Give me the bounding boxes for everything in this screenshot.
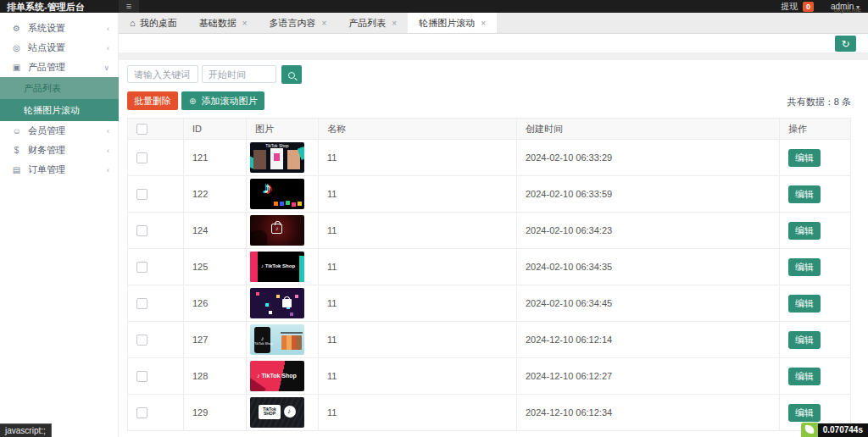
tabbar: ⌂ 我的桌面 基础数据 × 多语言内容 × 产品列表 × 轮播图片滚动 × <box>119 13 868 34</box>
edit-button[interactable]: 编辑 <box>788 368 821 385</box>
table-row: 125 TikTok Shop 11 2024-02-10 06:34:35 编… <box>128 249 851 285</box>
table-row: 128 TikTok Shop 11 2024-12-10 06:12:27 编… <box>128 358 851 395</box>
row-checkbox[interactable] <box>136 335 147 346</box>
cell-name: 11 <box>319 249 517 285</box>
sidebar-subitem-product-list[interactable]: 产品列表 <box>0 77 119 99</box>
tab-carousel-scroll[interactable]: 轮播图片滚动 × <box>408 13 497 33</box>
order-icon: ▤ <box>10 165 23 174</box>
cell-id: 124 <box>184 213 247 249</box>
member-icon: ☺ <box>10 126 23 136</box>
sidebar-item-product-management[interactable]: ▣ 产品管理 ∨ <box>0 58 118 77</box>
sidebar-item-finance-management[interactable]: $ 财务管理 ‹ <box>0 141 118 160</box>
chevron-left-icon: ‹ <box>107 25 109 33</box>
withdraw-link[interactable]: 提现 <box>781 1 798 13</box>
edit-button[interactable]: 编辑 <box>788 404 821 422</box>
cell-name: 11 <box>319 140 517 176</box>
render-time: 0.070744s <box>818 423 868 437</box>
sidebar-item-order-management[interactable]: ▤ 订单管理 ‹ <box>0 160 118 180</box>
row-checkbox[interactable] <box>136 152 147 163</box>
close-icon[interactable]: × <box>392 19 397 28</box>
sidebar-item-member-management[interactable]: ☺ 会员管理 ‹ <box>0 121 118 141</box>
withdraw-badge: 0 <box>803 2 814 12</box>
row-checkbox[interactable] <box>136 225 147 236</box>
table-row: 122 11 2024-02-10 06:33:59 编辑 <box>128 176 851 213</box>
tab-label: 产品列表 <box>348 17 386 30</box>
cell-name: 11 <box>319 176 517 213</box>
cell-created: 2024-12-10 06:12:14 <box>517 322 780 358</box>
chevron-down-icon: ∨ <box>103 64 109 72</box>
menu-icon[interactable]: ≡ <box>119 0 139 13</box>
close-icon[interactable]: × <box>242 19 248 28</box>
sidebar-item-label: 会员管理 <box>28 124 107 137</box>
search-button[interactable] <box>281 65 302 84</box>
row-checkbox[interactable] <box>136 262 147 273</box>
select-all-checkbox[interactable] <box>136 124 147 135</box>
row-checkbox[interactable] <box>136 189 147 200</box>
total-count: 共有数据：8 条 <box>787 96 851 108</box>
tab-my-desktop[interactable]: ⌂ 我的桌面 <box>119 13 188 33</box>
sidebar-item-label: 订单管理 <box>28 163 107 176</box>
column-header: 操作 <box>780 119 851 140</box>
perf-indicator: 0.070744s <box>801 423 868 437</box>
tab-multilang-content[interactable]: 多语言内容 × <box>259 13 338 33</box>
tab-label: 基础数据 <box>199 17 236 30</box>
sidebar-item-system-settings[interactable]: ⚙ 系统设置 ‹ <box>0 19 118 38</box>
carousel-thumbnail <box>250 179 304 209</box>
edit-button[interactable]: 编辑 <box>788 185 821 203</box>
add-carousel-button[interactable]: ⊕ 添加滚动图片 <box>181 91 264 110</box>
refresh-bar: ↻ <box>119 34 868 53</box>
table-row: 124 11 2024-02-10 06:34:23 编辑 <box>128 213 851 249</box>
close-icon[interactable]: × <box>322 19 327 28</box>
close-icon[interactable]: × <box>481 19 486 28</box>
tab-label: 我的桌面 <box>140 17 177 30</box>
table-row: 121 TikTok Shop 11 2024-02-10 06:33:29 编… <box>128 140 851 176</box>
sidebar-item-label: 产品管理 <box>28 61 103 74</box>
tab-label: 轮播图片滚动 <box>419 17 475 30</box>
main-content: 批量删除 ⊕ 添加滚动图片 共有数据：8 条 ID图片名称创建时间操作 121 … <box>119 60 868 437</box>
edit-button[interactable]: 编辑 <box>788 295 821 313</box>
sidebar-item-label: 财务管理 <box>28 144 107 157</box>
start-time-input[interactable] <box>202 65 276 83</box>
row-checkbox[interactable] <box>136 371 147 382</box>
cell-id: 121 <box>184 140 247 176</box>
row-checkbox[interactable] <box>136 298 147 309</box>
home-icon: ⌂ <box>130 18 136 28</box>
column-header: 图片 <box>247 119 319 140</box>
row-checkbox[interactable] <box>136 407 147 418</box>
batch-delete-button[interactable]: 批量删除 <box>127 91 178 110</box>
content-divider <box>119 53 868 60</box>
edit-button[interactable]: 编辑 <box>788 331 821 349</box>
carousel-thumbnail: TikTok Shop <box>250 324 304 355</box>
cell-created: 2024-12-10 06:12:27 <box>517 358 780 395</box>
search-icon <box>288 72 295 79</box>
cell-name: 11 <box>319 213 517 249</box>
cell-created: 2024-02-10 06:33:29 <box>517 140 780 176</box>
cell-created: 2024-12-10 06:12:34 <box>517 395 780 431</box>
carousel-thumbnail: TikTok SHOP <box>250 397 304 428</box>
carousel-thumbnail <box>250 288 304 318</box>
tab-product-list[interactable]: 产品列表 × <box>337 13 408 33</box>
edit-button[interactable]: 编辑 <box>788 258 821 276</box>
table-row: 127 TikTok Shop 11 2024-12-10 06:12:14 编… <box>128 322 851 358</box>
cell-created: 2024-02-10 06:34:23 <box>517 213 780 249</box>
header-actions: okym.me 提现 0 admin ▾ <box>781 0 860 13</box>
edit-button[interactable]: 编辑 <box>788 222 821 240</box>
refresh-button[interactable]: ↻ <box>835 36 856 52</box>
cell-created: 2024-02-10 06:33:59 <box>517 176 780 213</box>
add-button-label: 添加滚动图片 <box>201 96 257 106</box>
tab-basic-data[interactable]: 基础数据 × <box>188 13 259 33</box>
table-header-row: ID图片名称创建时间操作 <box>128 119 851 140</box>
edit-button[interactable]: 编辑 <box>788 149 821 167</box>
carousel-thumbnail: TikTok Shop <box>250 142 304 173</box>
sidebar-subitem-carousel-images[interactable]: 轮播图片滚动 <box>0 99 119 121</box>
username: admin <box>831 2 854 11</box>
sidebar-item-site-settings[interactable]: ◎ 站点设置 ‹ <box>0 38 118 58</box>
user-menu[interactable]: admin ▾ <box>831 2 860 11</box>
chevron-left-icon: ‹ <box>107 166 109 174</box>
table-row: 129 TikTok SHOP 11 2024-12-10 06:12:34 编… <box>128 395 851 431</box>
keyword-input[interactable] <box>127 65 198 83</box>
thinkphp-icon <box>801 423 818 437</box>
plus-icon: ⊕ <box>189 97 196 106</box>
cell-name: 11 <box>319 322 517 358</box>
link-preview: javascript:; <box>0 423 52 437</box>
